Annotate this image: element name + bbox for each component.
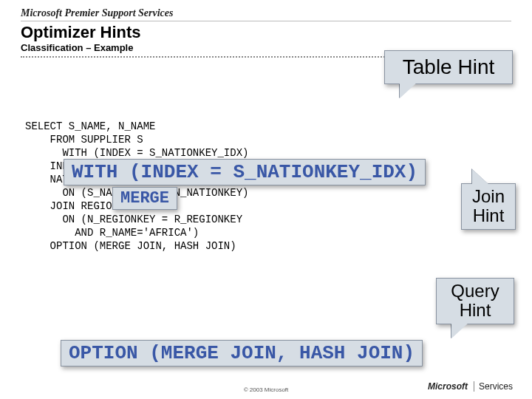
callout-tail [451, 322, 469, 338]
callout-label: Table Hint [385, 51, 512, 83]
sql-code-block: SELECT S_NAME, N_NAME FROM SUPPLIER S WI… [25, 120, 248, 253]
callout-join-hint: Join Hint [461, 183, 516, 230]
logo-microsoft: Microsoft [428, 381, 468, 392]
callout-table-hint: Table Hint [384, 50, 513, 84]
callout-query-hint: Query Hint [436, 278, 514, 324]
page-title: Optimizer Hints [21, 23, 511, 42]
codebox-with-index: WITH (INDEX = S_NATIONKEY_IDX) [64, 159, 426, 185]
callout-label: Query Hint [437, 279, 514, 324]
callout-tail [472, 169, 490, 185]
ms-services-logo: Microsoft Services [428, 381, 513, 392]
logo-services: Services [474, 381, 513, 392]
brand-line: Microsoft Premier Support Services [21, 7, 511, 21]
codebox-merge: MERGE [112, 187, 177, 210]
callout-label: Join Hint [462, 184, 515, 229]
codebox-option: OPTION (MERGE JOIN, HASH JOIN) [61, 340, 423, 366]
callout-tail [400, 82, 417, 98]
